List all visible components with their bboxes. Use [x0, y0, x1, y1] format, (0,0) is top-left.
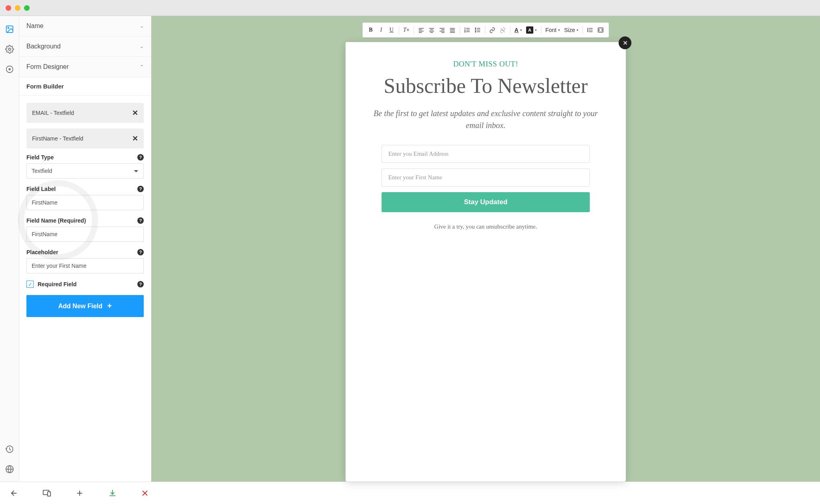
section-form-builder-label: Form Builder	[26, 83, 64, 90]
add-new-field-button[interactable]: Add New Field +	[26, 295, 144, 317]
canvas: B I U T✕ 123 A A Font Size	[151, 16, 820, 482]
section-name[interactable]: Name ⌄	[19, 16, 151, 36]
svg-point-1	[8, 27, 9, 28]
globe-icon[interactable]	[5, 465, 14, 474]
section-background[interactable]: Background ⌄	[19, 36, 151, 57]
chevron-down-icon: ⌄	[140, 44, 144, 49]
help-icon[interactable]: ?	[137, 281, 144, 287]
popup-subtext: Be the first to get latest updates and e…	[370, 107, 602, 131]
section-form-builder: Form Builder	[19, 77, 151, 96]
unlink-button[interactable]	[498, 25, 508, 35]
add-new-field-label: Add New Field	[58, 303, 102, 310]
prop-field-label-label: Field Label	[26, 186, 56, 192]
field-chip-email-label: EMAIL - Textfield	[32, 110, 74, 116]
close-icon[interactable]: ✕	[619, 36, 631, 49]
help-icon[interactable]: ?	[137, 186, 144, 192]
prop-field-type-label: Field Type	[26, 154, 54, 161]
prop-field-name: Field Name (Required) ?	[26, 217, 144, 242]
italic-button[interactable]: I	[376, 25, 386, 35]
link-button[interactable]	[488, 25, 497, 35]
plus-icon: +	[107, 301, 112, 311]
section-background-label: Background	[26, 43, 60, 50]
popup-firstname-input[interactable]	[382, 169, 590, 187]
underline-button[interactable]: U	[387, 25, 396, 35]
toolbar-separator	[460, 26, 460, 34]
popup-footnote: Give it a try, you can unsubscribe anyti…	[370, 223, 602, 230]
gear-icon[interactable]	[5, 45, 14, 54]
icon-rail	[0, 16, 19, 482]
line-height-button[interactable]	[585, 25, 595, 35]
bold-button[interactable]: B	[366, 25, 376, 35]
field-name-input[interactable]	[26, 227, 144, 242]
sidebar-panel: Name ⌄ Background ⌄ Form Designer ⌃ Form…	[19, 16, 151, 482]
window-minimize-icon[interactable]	[15, 5, 20, 11]
prop-required: ✓ Required Field ?	[26, 281, 144, 288]
source-button[interactable]	[596, 25, 605, 35]
svg-point-30	[475, 30, 476, 30]
align-center-button[interactable]	[427, 25, 436, 35]
align-left-button[interactable]	[416, 25, 426, 35]
remove-field-icon[interactable]: ✕	[132, 108, 138, 117]
add-icon[interactable]	[75, 489, 84, 498]
field-chip-email[interactable]: EMAIL - Textfield ✕	[26, 103, 144, 123]
ordered-list-button[interactable]: 123	[462, 25, 472, 35]
download-icon[interactable]	[108, 489, 117, 498]
font-select[interactable]: Font	[544, 25, 562, 35]
toolbar-separator	[414, 26, 414, 34]
toolbar-separator	[510, 26, 510, 34]
back-icon[interactable]	[10, 489, 18, 498]
help-icon[interactable]: ?	[137, 217, 144, 224]
section-form-designer-label: Form Designer	[26, 63, 69, 70]
bg-color-button[interactable]: A	[525, 25, 539, 35]
prop-field-type: Field Type ? Textfield	[26, 154, 144, 179]
field-chip-firstname-label: FirstName - Textfield	[32, 135, 83, 142]
required-checkbox[interactable]: ✓	[26, 281, 34, 288]
footer-bar	[0, 482, 820, 504]
window-close-icon[interactable]	[6, 5, 11, 11]
align-right-button[interactable]	[437, 25, 447, 35]
clear-format-button[interactable]: T✕	[402, 25, 411, 35]
align-justify-button[interactable]	[448, 25, 457, 35]
size-select[interactable]: Size	[563, 25, 580, 35]
chevron-down-icon: ⌄	[140, 23, 144, 29]
prop-field-name-label: Field Name (Required)	[26, 217, 86, 224]
target-icon[interactable]	[5, 65, 14, 74]
toolbar-separator	[399, 26, 399, 34]
field-type-select[interactable]: Textfield	[26, 163, 144, 179]
popup-eyebrow: DON'T MISS OUT!	[370, 60, 602, 68]
history-icon[interactable]	[5, 445, 14, 454]
svg-point-32	[475, 32, 476, 32]
text-toolbar: B I U T✕ 123 A A Font Size	[362, 22, 609, 38]
toolbar-separator	[485, 26, 485, 34]
popup-headline: Subscribe To Newsletter	[370, 74, 602, 98]
help-icon[interactable]: ?	[137, 154, 144, 161]
help-icon[interactable]: ?	[137, 249, 144, 255]
field-label-input[interactable]	[26, 195, 144, 210]
popup-submit-button[interactable]: Stay Updated	[382, 192, 590, 212]
prop-placeholder-label: Placeholder	[26, 249, 58, 255]
chevron-up-icon: ⌃	[140, 64, 144, 70]
window-titlebar	[0, 0, 820, 16]
popup-email-input[interactable]	[382, 145, 590, 163]
section-name-label: Name	[26, 22, 44, 30]
svg-point-4	[9, 68, 10, 70]
prop-required-label: Required Field	[38, 281, 76, 287]
section-form-designer[interactable]: Form Designer ⌃	[19, 57, 151, 77]
remove-field-icon[interactable]: ✕	[132, 134, 138, 143]
toolbar-separator	[583, 26, 583, 34]
svg-text:3: 3	[464, 31, 466, 33]
svg-point-2	[8, 48, 11, 50]
field-chip-firstname[interactable]: FirstName - Textfield ✕	[26, 129, 144, 149]
svg-point-28	[475, 28, 476, 29]
toolbar-separator	[541, 26, 541, 34]
prop-field-label: Field Label ?	[26, 186, 144, 210]
placeholder-input[interactable]	[26, 258, 144, 273]
devices-icon[interactable]	[42, 489, 51, 498]
delete-icon[interactable]	[141, 489, 149, 497]
prop-placeholder: Placeholder ?	[26, 249, 144, 273]
image-icon[interactable]	[5, 25, 14, 34]
unordered-list-button[interactable]	[473, 25, 482, 35]
text-color-button[interactable]: A	[513, 25, 524, 35]
window-maximize-icon[interactable]	[24, 5, 30, 11]
newsletter-popup: ✕ DON'T MISS OUT! Subscribe To Newslette…	[346, 42, 626, 482]
